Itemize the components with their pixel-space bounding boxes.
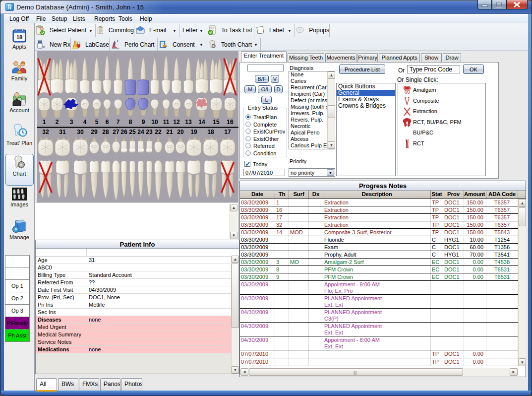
svg-text:13: 13 [185,119,192,126]
svg-text:3: 3 [70,119,73,126]
svg-text:21: 21 [166,129,173,135]
svg-text:5: 5 [95,119,99,126]
svg-text:4: 4 [83,119,87,126]
svg-text:10: 10 [151,119,158,126]
svg-text:12: 12 [173,119,180,126]
svg-text:23: 23 [146,129,153,135]
svg-text:16: 16 [227,119,234,126]
svg-text:14: 14 [198,119,205,126]
svg-text:28: 28 [102,129,109,135]
svg-text:22: 22 [155,129,162,135]
svg-text:11: 11 [163,119,170,126]
svg-text:7: 7 [117,119,120,126]
svg-text:15: 15 [213,119,220,126]
svg-text:27: 27 [113,129,119,135]
svg-text:8: 8 [129,119,132,126]
svg-text:20: 20 [177,129,184,135]
svg-text:2: 2 [56,119,59,126]
svg-text:1: 1 [43,119,46,126]
svg-text:30: 30 [77,129,84,135]
svg-text:24: 24 [137,129,144,135]
svg-text:29: 29 [91,129,98,135]
svg-text:6: 6 [106,119,109,126]
svg-text:32: 32 [42,129,49,135]
svg-text:17: 17 [224,129,231,135]
svg-text:18: 18 [16,34,22,40]
svg-text:18: 18 [207,129,214,135]
svg-text:19: 19 [190,129,197,135]
svg-text:31: 31 [59,129,66,135]
svg-text:26: 26 [120,129,127,135]
svg-text:9: 9 [142,119,145,126]
svg-text:25: 25 [129,129,136,135]
